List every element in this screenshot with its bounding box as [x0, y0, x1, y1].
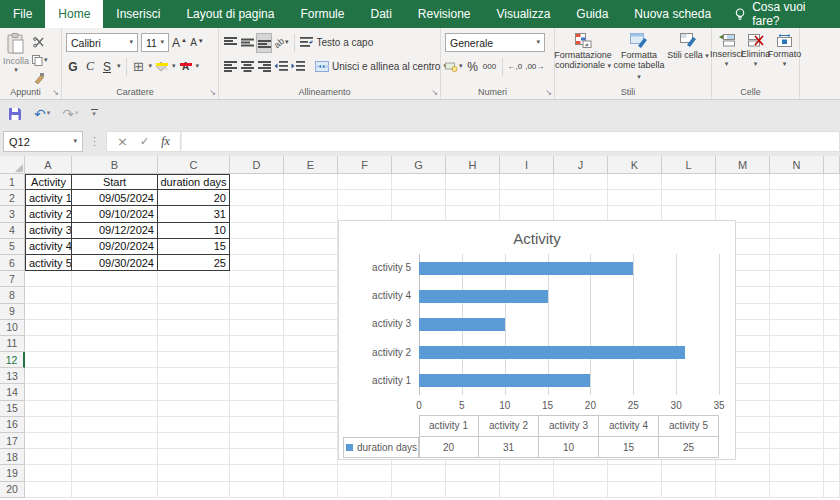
row-header-13[interactable]: 13 [0, 368, 25, 384]
column-header-A[interactable]: A [25, 156, 72, 174]
cell-E20[interactable] [284, 482, 338, 498]
cell-F19[interactable] [338, 465, 392, 481]
column-header-C[interactable]: C [158, 156, 230, 174]
cell-E5[interactable] [284, 239, 338, 255]
cell-M1[interactable] [716, 174, 770, 190]
cell-N3[interactable] [770, 206, 824, 222]
cell-E12[interactable] [284, 352, 338, 368]
wrap-text-button[interactable] [300, 34, 314, 52]
merge-center-button[interactable] [315, 58, 329, 76]
cell-A17[interactable] [25, 433, 72, 449]
fill-color-dropdown-icon[interactable]: ▾ [172, 63, 176, 70]
percent-style-button[interactable]: % [466, 58, 480, 76]
row-header-15[interactable]: 15 [0, 401, 25, 417]
tab-visualizza[interactable]: Visualizza [484, 0, 564, 28]
row-header-17[interactable]: 17 [0, 433, 25, 449]
cell-G1[interactable] [392, 174, 446, 190]
align-center-button[interactable] [240, 58, 254, 76]
comma-style-button[interactable]: 000 [483, 58, 497, 76]
chart-bar-activity-5[interactable] [419, 262, 633, 275]
cell-B3[interactable]: 09/10/2024 [72, 206, 158, 222]
customize-qat-button[interactable]: ▾ [91, 109, 98, 118]
column-header-F[interactable]: F [338, 156, 392, 174]
column-header-L[interactable]: L [662, 156, 716, 174]
row-header-3[interactable]: 3 [0, 206, 25, 222]
row-header-5[interactable]: 5 [0, 239, 25, 255]
cell-E11[interactable] [284, 336, 338, 352]
grow-font-button[interactable]: A▲ [172, 34, 187, 52]
cell-C17[interactable] [158, 433, 230, 449]
name-box[interactable]: Q12 ▾ [3, 131, 83, 152]
cell-A9[interactable] [25, 304, 72, 320]
cancel-button[interactable]: × [117, 134, 128, 149]
underline-dropdown-icon[interactable]: ▾ [117, 63, 121, 70]
cell-N15[interactable] [770, 401, 824, 417]
cell-E15[interactable] [284, 401, 338, 417]
cell-F1[interactable] [338, 174, 392, 190]
row-header-10[interactable]: 10 [0, 320, 25, 336]
cell-J1[interactable] [554, 174, 608, 190]
cell-G2[interactable] [392, 190, 446, 206]
cell-C16[interactable] [158, 417, 230, 433]
align-right-button[interactable] [257, 58, 271, 76]
row-header-18[interactable]: 18 [0, 449, 25, 465]
cell-N11[interactable] [770, 336, 824, 352]
column-header-E[interactable]: E [284, 156, 338, 174]
align-bottom-button[interactable] [257, 34, 271, 52]
cell-K1[interactable] [608, 174, 662, 190]
cell-E10[interactable] [284, 320, 338, 336]
cell-I20[interactable] [500, 482, 554, 498]
cell-A12[interactable] [25, 352, 72, 368]
cell-E4[interactable] [284, 223, 338, 239]
column-header-G[interactable]: G [392, 156, 446, 174]
cell-A3[interactable]: activity 2 [25, 206, 72, 222]
cell-B15[interactable] [72, 401, 158, 417]
borders-button[interactable]: ⊞ [132, 58, 146, 76]
cell-D4[interactable] [230, 223, 284, 239]
row-header-1[interactable]: 1 [0, 174, 25, 190]
cell-E9[interactable] [284, 304, 338, 320]
align-top-button[interactable] [223, 34, 237, 52]
cell-K2[interactable] [608, 190, 662, 206]
cell-C9[interactable] [158, 304, 230, 320]
cell-N17[interactable] [770, 433, 824, 449]
cell-D1[interactable] [230, 174, 284, 190]
tab-dati[interactable]: Dati [357, 0, 404, 28]
cell-B13[interactable] [72, 368, 158, 384]
cell-C15[interactable] [158, 401, 230, 417]
row-header-6[interactable]: 6 [0, 255, 25, 271]
font-name-select[interactable]: Calibri ▾ [66, 33, 138, 52]
cell-E17[interactable] [284, 433, 338, 449]
cell-E18[interactable] [284, 449, 338, 465]
format-painter-button[interactable] [32, 71, 46, 86]
merge-center-label[interactable]: Unisci e allinea al centro [332, 61, 440, 72]
cell-B17[interactable] [72, 433, 158, 449]
cell-N1[interactable] [770, 174, 824, 190]
decrease-decimal-button[interactable]: ,00→ [525, 58, 544, 76]
font-dialog-launcher[interactable]: ↘ [209, 89, 216, 97]
cell-G20[interactable] [392, 482, 446, 498]
cell-A5[interactable]: activity 4 [25, 239, 72, 255]
cell-A6[interactable]: activity 5 [25, 255, 72, 271]
tab-file[interactable]: File [0, 0, 45, 28]
cell-B8[interactable] [72, 287, 158, 303]
cell-D13[interactable] [230, 368, 284, 384]
cell-B10[interactable] [72, 320, 158, 336]
cell-N10[interactable] [770, 320, 824, 336]
tab-nuova-scheda[interactable]: Nuova scheda [621, 0, 724, 28]
cell-C6[interactable]: 25 [158, 255, 230, 271]
tab-inserisci[interactable]: Inserisci [103, 0, 173, 28]
cell-L1[interactable] [662, 174, 716, 190]
chart-bar-activity-2[interactable] [419, 346, 685, 359]
select-all-corner[interactable] [0, 156, 25, 174]
font-size-select[interactable]: 11 ▾ [141, 33, 169, 52]
cell-E19[interactable] [284, 465, 338, 481]
cell-N13[interactable] [770, 368, 824, 384]
row-header-16[interactable]: 16 [0, 417, 25, 433]
cell-C14[interactable] [158, 384, 230, 400]
cell-C10[interactable] [158, 320, 230, 336]
bold-button[interactable]: G [66, 58, 80, 76]
cell-D15[interactable] [230, 401, 284, 417]
increase-indent-button[interactable] [291, 58, 305, 76]
clipboard-dialog-launcher[interactable]: ↘ [52, 89, 59, 97]
